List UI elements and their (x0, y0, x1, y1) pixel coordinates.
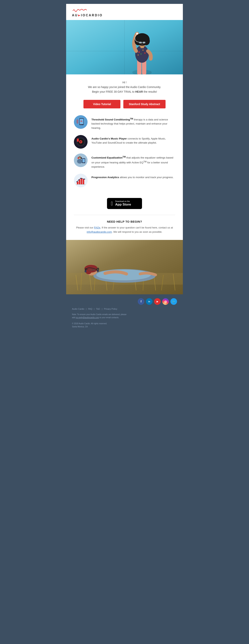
feature-icon-2 (74, 135, 88, 148)
feature-text-3: Customized EqualizationTM that adjusts t… (91, 154, 175, 169)
svg-rect-36 (81, 157, 82, 159)
feature-title-4: Progression Analytics (91, 176, 119, 179)
feature-item-3: Customized EqualizationTM that adjusts t… (74, 154, 175, 169)
features-section: Threshold Sound ConditioningTM therapy i… (66, 113, 183, 196)
appstore-button[interactable]:  Download on the App Store (107, 198, 142, 209)
intro-line1: We are so happy you've joined the Audio … (74, 85, 175, 90)
svg-point-9 (140, 54, 142, 54)
svg-point-11 (138, 54, 139, 56)
separator-3: | (102, 308, 102, 310)
feature-icon-4 (74, 174, 88, 187)
svg-point-34 (77, 159, 83, 164)
email-link[interactable]: info@audiocardio.com (87, 230, 112, 233)
svg-point-7 (138, 51, 140, 53)
svg-rect-38 (83, 159, 85, 162)
feature-desc-4: allows you to monitor and track your pro… (120, 176, 173, 179)
svg-point-46 (78, 180, 79, 180)
apple-icon:  (111, 201, 113, 206)
svg-point-45 (76, 182, 77, 182)
help-section: NEED HELP TO BEGIN? Please visit our FAQ… (66, 215, 183, 240)
bottom-hero-image (66, 240, 183, 294)
footer-link-audiocardio[interactable]: Audio Cardio (72, 308, 84, 310)
bottom-illustration (66, 240, 183, 294)
svg-rect-44 (83, 179, 84, 184)
header: AU ▶ IOCARDIO (66, 4, 183, 20)
footer-note-suffix: to your email contacts. (99, 316, 119, 318)
separator-1: | (86, 308, 87, 310)
faq-link[interactable]: FAQs (94, 226, 100, 229)
logo-container: AU ▶ IOCARDIO (72, 8, 177, 17)
intro-line2-prefix: Begin your FREE 30-DAY TRIAL to (92, 90, 135, 93)
appstore-section:  Download on the App Store (66, 196, 183, 215)
appstore-large-text: App Store (115, 202, 131, 206)
footer-noreply-link[interactable]: no-reply@audiocardio.com (76, 316, 99, 318)
footer-link-faq[interactable]: FAQ (88, 308, 92, 310)
footer-link-privacy[interactable]: Privacy Policy (104, 308, 117, 310)
greeting-text: Hi ! (74, 80, 175, 85)
logo-play-icon: ▶ (78, 14, 81, 17)
footer-copyright: © 2018 Audio Cardio. All rights reserved… (72, 322, 177, 328)
feature-item-4: Progression Analytics allows you to moni… (74, 174, 175, 187)
help-text-prefix: Please visit our (76, 226, 94, 229)
svg-point-17 (137, 34, 148, 40)
feature-text-1: Threshold Sound ConditioningTM therapy i… (91, 115, 175, 130)
twitter-social-icon[interactable]: 🐦 (170, 298, 177, 305)
feature-item-2: Audio Cardio's Music Player connects to … (74, 135, 175, 148)
feature-text-2: Audio Cardio's Music Player connects to … (91, 135, 175, 145)
logo-au: AU (72, 14, 78, 17)
svg-point-64 (96, 270, 151, 280)
svg-point-8 (142, 50, 144, 51)
intro-section: Hi ! We are so happy you've joined the A… (66, 74, 183, 98)
help-heading: NEED HELP TO BEGIN? (74, 220, 175, 223)
email-container: AU ▶ IOCARDIO (66, 4, 183, 294)
feature-title-1: Threshold Sound ConditioningTM (91, 118, 133, 121)
help-text-middle: . If the answer to your question can't b… (100, 226, 173, 229)
feature-title-2: Audio Cardio's Music Player (91, 137, 127, 140)
feature-title-3: Customized EqualizationTM (91, 156, 126, 159)
email-wrapper: AU ▶ IOCARDIO (66, 4, 183, 332)
stanford-study-button[interactable]: Stanford Study Abstract (123, 100, 166, 108)
footer-note: Note: To ensure your Audio Cardio emails… (72, 313, 126, 319)
svg-rect-39 (83, 163, 84, 163)
svg-rect-43 (81, 178, 82, 184)
svg-rect-35 (78, 157, 79, 159)
equalization-icon (74, 154, 88, 167)
video-tutorial-button[interactable]: Video Tutorial (83, 100, 120, 108)
svg-point-30 (80, 141, 81, 142)
appstore-small-text: Download on the (115, 200, 131, 202)
footer-social: f in ▶ ◎ 🐦 (72, 298, 177, 305)
intro-line2-suffix: the results! (143, 90, 157, 93)
appstore-text-block: Download on the App Store (115, 200, 131, 206)
help-text: Please visit our FAQs. If the answer to … (74, 226, 175, 234)
svg-rect-18 (139, 42, 142, 43)
logo-wave-icon (72, 8, 88, 14)
svg-rect-25 (80, 124, 81, 125)
svg-rect-19 (143, 42, 145, 43)
separator-2: | (94, 308, 94, 310)
logo-text: AU ▶ IOCARDIO (72, 14, 103, 17)
feature-icon-1 (74, 115, 88, 129)
feature-item-1: Threshold Sound ConditioningTM therapy i… (74, 115, 175, 130)
svg-point-47 (80, 178, 81, 179)
svg-point-10 (144, 52, 146, 54)
footer-link-tc[interactable]: T&C (96, 308, 100, 310)
instagram-social-icon[interactable]: ◎ (162, 298, 169, 305)
intro-hear-bold: HEAR (135, 90, 143, 93)
logo-iocardio: IOCARDIO (81, 14, 103, 17)
music-player-icon (74, 135, 88, 148)
buttons-section: Video Tutorial Stanford Study Abstract (66, 98, 183, 113)
svg-rect-24 (80, 119, 83, 124)
footer-location: Santa Monica, CA (72, 325, 177, 328)
copyright-text: © 2018 Audio Cardio. All rights reserved… (72, 322, 177, 325)
footer: f in ▶ ◎ 🐦 Audio Cardio | FAQ | T&C | Pr… (66, 294, 183, 332)
linkedin-social-icon[interactable]: in (146, 298, 152, 305)
feature-text-4: Progression Analytics allows you to moni… (91, 174, 175, 180)
svg-point-21 (136, 33, 138, 34)
youtube-social-icon[interactable]: ▶ (154, 298, 161, 305)
facebook-social-icon[interactable]: f (138, 298, 144, 305)
threshold-icon (74, 115, 88, 129)
hero-image (66, 20, 183, 74)
svg-point-48 (84, 179, 85, 180)
hero-illustration (66, 20, 183, 74)
svg-rect-50 (66, 240, 183, 294)
